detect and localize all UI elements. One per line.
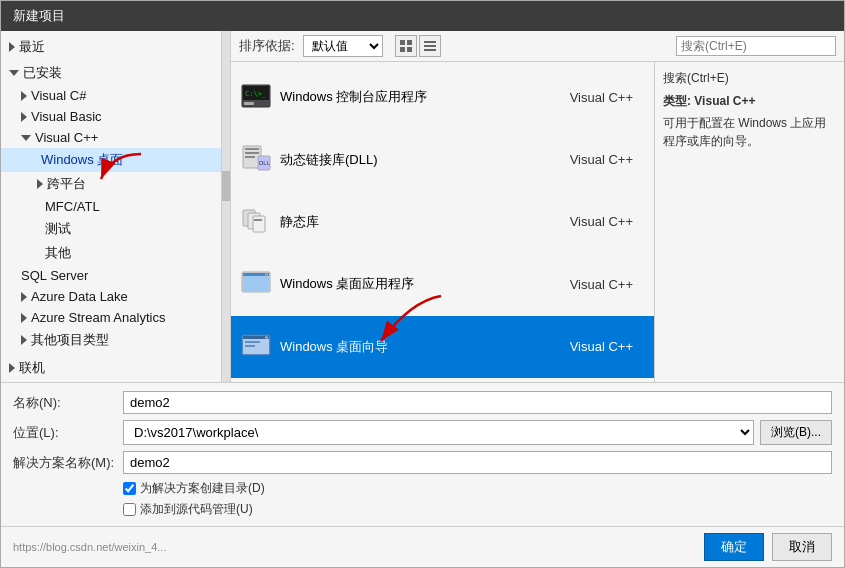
svg-rect-20: [254, 219, 262, 221]
svg-text:C:\>_: C:\>_: [245, 90, 267, 98]
svg-rect-14: [245, 156, 255, 158]
svg-rect-6: [424, 49, 436, 51]
svg-rect-19: [253, 216, 265, 232]
content-area: 排序依据: 默认值: [231, 31, 844, 382]
triangle-vb-icon: [21, 112, 27, 122]
form-row-solution: 解决方案名称(M):: [13, 451, 832, 474]
bottom-form: 名称(N): 位置(L): D:\vs2017\workplace\ 浏览(B)…: [1, 382, 844, 526]
sidebar-label-installed: 已安装: [23, 64, 62, 82]
template-type-static-lib: Visual C++: [545, 214, 645, 229]
sidebar-item-visual-basic[interactable]: Visual Basic: [1, 106, 221, 127]
sidebar-item-installed[interactable]: 已安装: [1, 61, 221, 85]
main-area: 最近 已安装 Visual C#: [1, 31, 844, 382]
template-name-dll: 动态链接库(DLL): [280, 151, 545, 169]
watermark-text: https://blog.csdn.net/weixin_4...: [13, 541, 166, 553]
svg-rect-29: [245, 341, 260, 343]
checkbox-source-control[interactable]: [123, 503, 136, 516]
sidebar-item-test[interactable]: 测试: [1, 217, 221, 241]
sidebar-item-windows-desktop[interactable]: Windows 桌面: [1, 148, 221, 172]
template-name-static-lib: 静态库: [280, 213, 545, 231]
sidebar-item-cross-platform[interactable]: 跨平台: [1, 172, 221, 196]
desc-search-label: 搜索(Ctrl+E): [663, 70, 836, 87]
svg-rect-24: [265, 274, 268, 276]
view-icons: [395, 35, 441, 57]
sidebar-section-recent: 最近: [1, 35, 221, 59]
sidebar-section-installed: 已安装 Visual C# Visual Basic: [1, 61, 221, 352]
checkbox-source-control-label[interactable]: 添加到源代码管理(U): [123, 501, 253, 518]
new-project-dialog: 新建项目 最近 已安: [0, 0, 845, 568]
azure-stream-analytics-label: Azure Stream Analytics: [31, 310, 165, 325]
template-list: C:\>_ Windows 控制台应用程序 Visual C++: [231, 62, 654, 382]
triangle-csharp-icon: [21, 91, 27, 101]
description-panel: 搜索(Ctrl+E) 类型: Visual C++ 可用于配置在 Windows…: [654, 62, 844, 382]
svg-rect-2: [400, 47, 405, 52]
sidebar-scrollbar-thumb[interactable]: [222, 171, 230, 201]
console-app-icon: C:\>_: [240, 81, 272, 113]
checkbox-create-dir-label[interactable]: 为解决方案创建目录(D): [123, 480, 265, 497]
template-item-dll[interactable]: DLL 动态链接库(DLL) Visual C++: [231, 128, 654, 190]
solution-name-input[interactable]: [123, 451, 832, 474]
svg-rect-22: [243, 276, 269, 291]
dialog-title-bar: 新建项目: [1, 1, 844, 31]
grid-icon: [400, 40, 412, 52]
svg-text:DLL: DLL: [259, 160, 271, 166]
form-row-checkboxes-2: 添加到源代码管理(U): [123, 501, 832, 518]
svg-rect-1: [407, 40, 412, 45]
cancel-button[interactable]: 取消: [772, 533, 832, 561]
form-row-name: 名称(N):: [13, 391, 832, 414]
template-item-desktop-app[interactable]: Windows 桌面应用程序 Visual C++: [231, 253, 654, 315]
sidebar-item-sql-server[interactable]: SQL Server: [1, 265, 221, 286]
dialog-title-text: 新建项目: [13, 7, 65, 25]
sidebar-item-mfc-atl[interactable]: MFC/ATL: [1, 196, 221, 217]
triangle-online-icon: [9, 363, 15, 373]
form-label-name: 名称(N):: [13, 394, 123, 412]
template-type-desktop-app: Visual C++: [545, 277, 645, 292]
svg-rect-30: [245, 345, 255, 347]
sidebar-item-other-project-types[interactable]: 其他项目类型: [1, 328, 221, 352]
form-row-checkboxes: 为解决方案创建目录(D): [123, 480, 832, 497]
template-name-console: Windows 控制台应用程序: [280, 88, 545, 106]
svg-rect-12: [245, 148, 259, 150]
list-view-button[interactable]: [419, 35, 441, 57]
template-type-desktop-wizard: Visual C++: [545, 339, 645, 354]
ok-button[interactable]: 确定: [704, 533, 764, 561]
sidebar-item-azure-data-lake[interactable]: Azure Data Lake: [1, 286, 221, 307]
content-toolbar: 排序依据: 默认值: [231, 31, 844, 62]
sidebar-section-online: 联机: [1, 356, 221, 380]
sort-select[interactable]: 默认值: [303, 35, 383, 57]
sidebar-item-azure-stream-analytics[interactable]: Azure Stream Analytics: [1, 307, 221, 328]
sidebar-item-visual-csharp[interactable]: Visual C#: [1, 85, 221, 106]
sidebar-item-recent[interactable]: 最近: [1, 35, 221, 59]
sidebar-scrollbar[interactable]: [222, 31, 230, 382]
grid-view-button[interactable]: [395, 35, 417, 57]
list-icon: [424, 40, 436, 52]
template-item-desktop-wizard[interactable]: Windows 桌面向导 Visual C++: [231, 316, 654, 378]
sidebar-label-recent: 最近: [19, 38, 45, 56]
project-name-input[interactable]: [123, 391, 832, 414]
static-lib-icon: [240, 206, 272, 238]
browse-button[interactable]: 浏览(B)...: [760, 420, 832, 445]
template-item-console-app[interactable]: C:\>_ Windows 控制台应用程序 Visual C++: [231, 66, 654, 128]
search-input[interactable]: [676, 36, 836, 56]
triangle-icon: [9, 42, 15, 52]
svg-rect-4: [424, 41, 436, 43]
location-select[interactable]: D:\vs2017\workplace\: [123, 420, 754, 445]
sidebar-item-online[interactable]: 联机: [1, 356, 221, 380]
triangle-opt-icon: [21, 335, 27, 345]
svg-rect-10: [244, 102, 254, 105]
triangle-down-icon: [9, 70, 19, 76]
checkbox-create-dir-text: 为解决方案创建目录(D): [140, 480, 265, 497]
template-item-static-lib[interactable]: 静态库 Visual C++: [231, 191, 654, 253]
desktop-wizard-icon: [240, 331, 272, 363]
triangle-asa-icon: [21, 313, 27, 323]
project-type-sidebar: 最近 已安装 Visual C#: [1, 31, 222, 382]
checkbox-create-dir[interactable]: [123, 482, 136, 495]
triangle-cross-icon: [37, 179, 43, 189]
form-label-location: 位置(L):: [13, 424, 123, 442]
template-type-console: Visual C++: [545, 90, 645, 105]
sort-label: 排序依据:: [239, 37, 295, 55]
sidebar-item-visual-cpp[interactable]: Visual C++: [1, 127, 221, 148]
form-label-solution: 解决方案名称(M):: [13, 454, 123, 472]
dialog-body: 最近 已安装 Visual C#: [1, 31, 844, 567]
sidebar-item-other[interactable]: 其他: [1, 241, 221, 265]
